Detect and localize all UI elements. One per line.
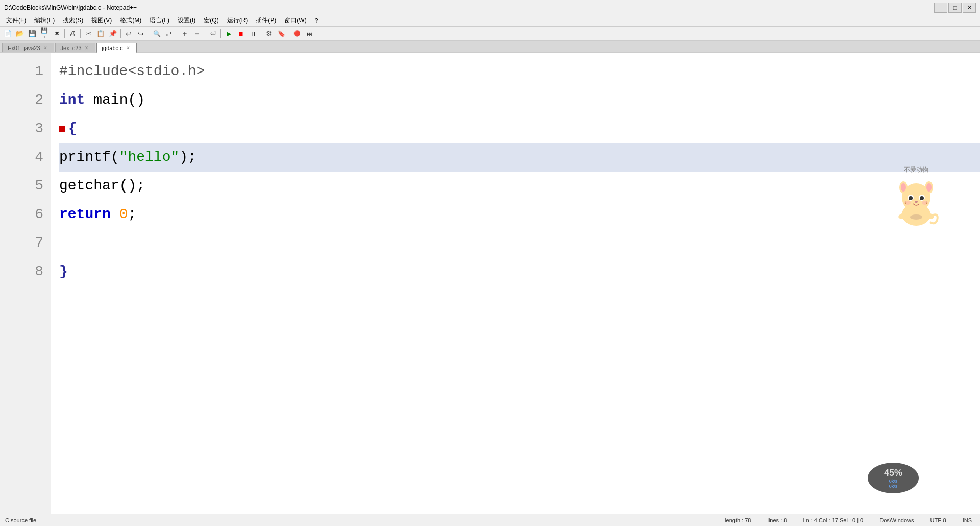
menu-bar: 文件(F) 编辑(E) 搜索(S) 视图(V) 格式(M) 语言(L) 设置(I… <box>0 15 980 27</box>
zoom-out-button[interactable] <box>191 28 203 39</box>
code-return: return <box>59 200 111 229</box>
undo-button[interactable] <box>123 28 134 39</box>
undo-icon <box>126 30 132 38</box>
code-main: main() <box>93 86 145 114</box>
pause-icon: ⏸ <box>251 31 256 37</box>
wrap-button[interactable] <box>207 28 218 39</box>
code-keyword-int: int <box>59 86 85 114</box>
close-button[interactable]: ✕ <box>963 3 976 13</box>
zoom-in-icon <box>183 30 187 38</box>
menu-plugins[interactable]: 插件(P) <box>252 15 280 26</box>
tab-ex01-close[interactable]: ✕ <box>42 45 48 51</box>
save-icon <box>28 30 36 37</box>
stop-button[interactable] <box>235 28 247 39</box>
menu-settings[interactable]: 设置(I) <box>174 15 200 26</box>
code-line-6: return 0; <box>59 200 980 229</box>
maximize-button[interactable]: □ <box>948 3 962 13</box>
menu-format[interactable]: 格式(M) <box>116 15 145 26</box>
code-line-4: printf("hello"); <box>59 143 980 172</box>
wrap-icon <box>210 30 216 37</box>
tab-jgdabc-label: jgdabc.c <box>102 45 123 51</box>
network-widget: 45% 0k/s 0k/s <box>868 463 919 493</box>
status-lines: lines : 8 <box>764 517 790 523</box>
code-area[interactable]: #include<stdio.h> int main() { printf("h… <box>51 53 980 514</box>
close-doc-icon: ✖ <box>55 30 59 37</box>
replace-button[interactable] <box>163 28 175 39</box>
find-button[interactable] <box>151 28 162 39</box>
print-icon <box>69 30 76 37</box>
redo-button[interactable] <box>135 28 146 39</box>
menu-search[interactable]: 搜索(S) <box>59 15 87 26</box>
code-string-hello: "hello" <box>119 143 180 172</box>
code-line-3: { <box>59 114 980 143</box>
svg-point-5 <box>926 183 932 192</box>
menu-edit[interactable]: 编辑(E) <box>30 15 59 26</box>
svg-point-12 <box>915 201 918 203</box>
line-num-3: 3 <box>0 114 43 143</box>
run-icon <box>227 30 231 37</box>
menu-window[interactable]: 窗口(W) <box>280 15 310 26</box>
find-icon <box>153 30 161 37</box>
zoom-in-button[interactable] <box>179 28 190 39</box>
save-all-icon: 💾+ <box>39 27 50 40</box>
open-button[interactable] <box>14 28 26 39</box>
menu-view[interactable]: 视图(V) <box>87 15 116 26</box>
print-button[interactable] <box>67 28 78 39</box>
pause-button[interactable]: ⏸ <box>248 28 259 39</box>
tab-jgdabc[interactable]: jgdabc.c ✕ <box>96 43 137 53</box>
status-length: length : 78 <box>722 517 754 523</box>
toolbar-sep-6 <box>205 29 205 38</box>
cut-icon <box>86 30 91 37</box>
new-icon <box>4 30 12 37</box>
cut-button[interactable] <box>83 28 94 39</box>
code-paren-close: ); <box>179 143 197 172</box>
code-line-5: getchar(); <box>59 172 980 200</box>
minimize-button[interactable]: ─ <box>934 3 947 13</box>
paste-icon <box>109 30 117 37</box>
svg-point-9 <box>920 196 924 200</box>
macro-button[interactable] <box>263 28 275 39</box>
code-space-2 <box>85 86 93 114</box>
title-bar-buttons: ─ □ ✕ <box>934 3 976 13</box>
step-button[interactable]: ⏭ <box>304 28 315 39</box>
status-file-type: C source file <box>5 517 36 523</box>
new-button[interactable] <box>2 28 13 39</box>
network-upload: 0k/s <box>889 479 898 484</box>
code-empty-7 <box>59 229 68 257</box>
debug-icon: 🔴 <box>293 30 301 37</box>
toolbar-sep-8 <box>261 29 261 38</box>
tab-jex[interactable]: Jex_c23 ✕ <box>55 43 95 52</box>
save-all-button[interactable]: 💾+ <box>39 28 50 39</box>
app-title: D:\CodeBlocks\MinGW\bin\jgdabc.c - Notep… <box>4 4 137 11</box>
code-line-7 <box>59 229 980 257</box>
menu-help[interactable]: ? <box>311 15 323 26</box>
menu-file[interactable]: 文件(F) <box>2 15 30 26</box>
title-bar-left: D:\CodeBlocks\MinGW\bin\jgdabc.c - Notep… <box>4 4 137 11</box>
network-download: 0k/s <box>889 484 898 489</box>
open-icon <box>16 30 24 37</box>
tab-jgdabc-close[interactable]: ✕ <box>125 45 131 51</box>
code-getchar-parens: (); <box>119 172 145 200</box>
line-num-7: 7 <box>0 229 43 257</box>
status-bar: C source file length : 78 lines : 8 Ln :… <box>0 514 980 526</box>
tab-jex-close[interactable]: ✕ <box>84 45 90 51</box>
tab-ex01[interactable]: Ex01_java23 ✕ <box>2 43 54 52</box>
debug-button[interactable]: 🔴 <box>291 28 303 39</box>
run-button[interactable] <box>223 28 234 39</box>
menu-run[interactable]: 运行(R) <box>223 15 252 26</box>
line-num-1: 1 <box>0 57 43 86</box>
menu-language[interactable]: 语言(L) <box>145 15 174 26</box>
bookmark-button[interactable] <box>276 28 287 39</box>
svg-point-8 <box>909 196 913 200</box>
paste-button[interactable] <box>107 28 118 39</box>
status-ins: INS <box>960 517 975 523</box>
code-line-1-text: #include<stdio.h> <box>59 57 205 86</box>
close-doc-button[interactable]: ✖ <box>51 28 62 39</box>
redo-icon <box>138 30 144 38</box>
bookmark-icon <box>278 30 285 37</box>
save-button[interactable] <box>27 28 38 39</box>
copy-button[interactable] <box>95 28 106 39</box>
menu-macro[interactable]: 宏(Q) <box>200 15 223 26</box>
toolbar-sep-3 <box>120 29 121 38</box>
code-space-6 <box>111 200 119 229</box>
